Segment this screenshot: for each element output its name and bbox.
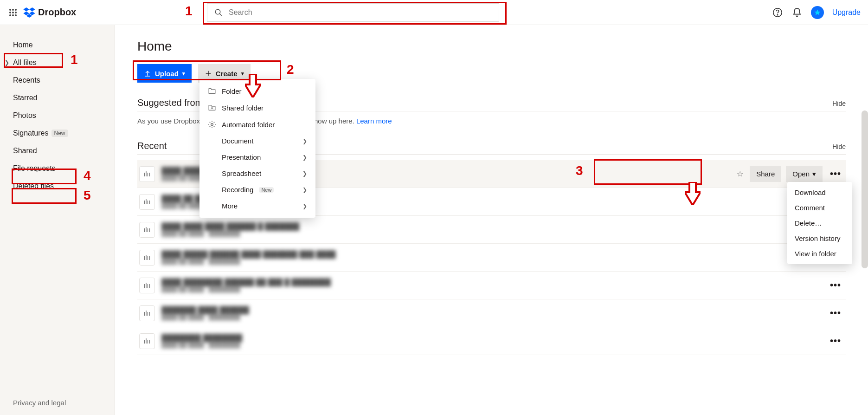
notification-bell-icon[interactable] — [791, 7, 803, 18]
svg-point-6 — [9, 14, 11, 16]
svg-point-5 — [15, 12, 17, 13]
account-avatar[interactable] — [811, 6, 824, 19]
svg-point-4 — [12, 12, 14, 13]
dropbox-logo[interactable]: Dropbox — [23, 7, 76, 18]
svg-point-3 — [9, 12, 11, 13]
svg-marker-18 — [814, 9, 820, 15]
svg-point-14 — [215, 9, 220, 14]
brand-name: Dropbox — [38, 7, 76, 18]
help-icon[interactable] — [772, 7, 783, 18]
apps-grid-icon[interactable] — [7, 7, 19, 18]
search-box[interactable] — [207, 3, 499, 22]
svg-point-0 — [9, 9, 11, 11]
svg-marker-9 — [23, 7, 29, 11]
upgrade-link[interactable]: Upgrade — [832, 8, 861, 17]
search-input[interactable] — [229, 8, 493, 17]
svg-marker-10 — [29, 7, 35, 11]
svg-point-17 — [777, 14, 778, 15]
svg-point-2 — [15, 9, 17, 11]
svg-point-7 — [12, 14, 14, 16]
search-icon — [213, 7, 224, 18]
svg-line-15 — [219, 13, 222, 16]
svg-point-8 — [15, 14, 17, 16]
svg-point-1 — [12, 9, 14, 11]
